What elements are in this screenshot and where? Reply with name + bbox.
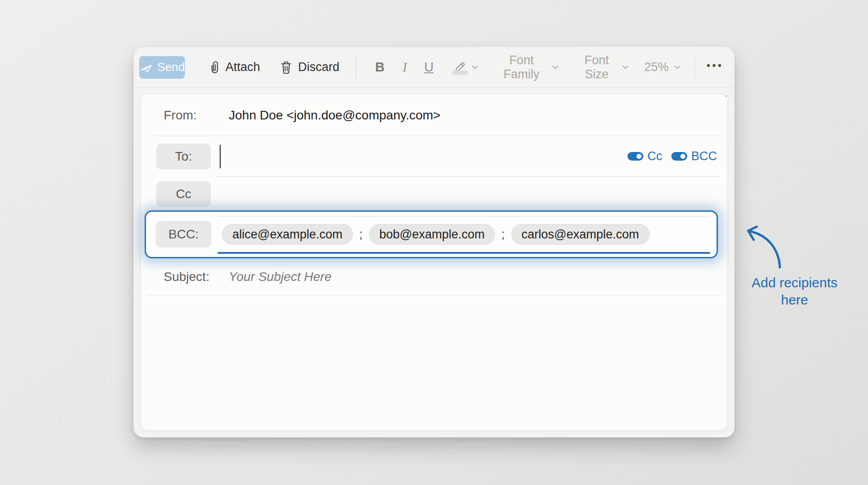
bcc-toggle-group: BCC: [671, 149, 717, 163]
font-family-dropdown[interactable]: Font Family: [496, 53, 558, 81]
chevron-down-icon: [622, 65, 629, 69]
from-label: From:: [164, 108, 217, 123]
subject-label: Subject:: [164, 270, 217, 284]
pen-color-bar: [453, 71, 468, 75]
cc-row: Cc: [147, 177, 721, 210]
recipient-chip[interactable]: alice@example.com: [222, 224, 353, 245]
bcc-toggle-label: BCC: [691, 149, 717, 163]
bcc-toggle[interactable]: [671, 152, 687, 161]
send-button-label: Send: [157, 60, 185, 74]
send-button[interactable]: Send: [139, 56, 185, 79]
chevron-down-icon: [674, 65, 681, 69]
bold-button[interactable]: B: [375, 60, 385, 75]
trash-icon: [280, 60, 292, 75]
email-compose-window: Send Attach Discard B I U: [133, 47, 735, 437]
zoom-value: 25%: [644, 60, 669, 74]
annotation-arrow-icon: [736, 223, 790, 273]
recipient-separator: ;: [501, 228, 505, 242]
font-size-dropdown[interactable]: Font Size: [577, 53, 629, 81]
recipient-chip[interactable]: bob@example.com: [369, 224, 495, 245]
more-options-button[interactable]: •••: [707, 59, 723, 76]
recipient-chip[interactable]: carlos@example.com: [511, 224, 650, 245]
attach-button[interactable]: Attach: [208, 60, 260, 75]
discard-button-label: Discard: [298, 60, 340, 74]
subject-row: Subject: Your Subject Here: [147, 258, 721, 295]
paperclip-icon: [208, 60, 220, 75]
to-button[interactable]: To:: [156, 144, 211, 169]
font-family-label: Font Family: [496, 53, 546, 81]
zoom-dropdown[interactable]: 25%: [644, 60, 681, 74]
compose-surface: From: John Doe <john.doe@company.com> To…: [141, 94, 727, 430]
from-value[interactable]: John Doe <john.doe@company.com>: [229, 108, 440, 123]
toolbar-separator: [356, 56, 356, 79]
bcc-recipient-chips: alice@example.com ; bob@example.com ; ca…: [222, 224, 650, 245]
attach-button-label: Attach: [226, 60, 260, 74]
compose-toolbar: Send Attach Discard B I U: [134, 47, 734, 88]
discard-button[interactable]: Discard: [280, 60, 340, 75]
recipient-toggles: Cc BCC: [627, 149, 717, 163]
annotation-text: Add recipients here: [748, 274, 841, 309]
recipient-separator: ;: [359, 228, 363, 242]
highlight-pen-button[interactable]: [453, 60, 478, 75]
subject-input[interactable]: Your Subject Here: [229, 270, 721, 284]
to-input[interactable]: Cc BCC: [216, 136, 721, 177]
underline-button[interactable]: U: [424, 60, 434, 75]
message-body-input[interactable]: [147, 295, 721, 430]
cc-toggle-group: Cc: [627, 149, 662, 163]
from-row: From: John Doe <john.doe@company.com>: [147, 95, 721, 136]
to-row: To: Cc BCC: [147, 136, 721, 177]
pen-icon: [453, 60, 468, 75]
cc-toggle-label: Cc: [647, 149, 662, 163]
annotation-line-2: here: [748, 291, 841, 309]
chevron-down-icon: [472, 65, 478, 69]
send-icon: [139, 61, 153, 74]
bcc-button[interactable]: BCC:: [156, 221, 211, 247]
text-cursor: [220, 145, 221, 168]
toolbar-separator: [694, 57, 695, 78]
cc-input-underline: [218, 216, 709, 217]
bcc-row-highlighted: BCC: alice@example.com ; bob@example.com…: [145, 210, 718, 258]
font-size-label: Font Size: [577, 53, 617, 81]
cc-button[interactable]: Cc: [156, 181, 211, 207]
bcc-input-underline: [217, 252, 710, 254]
cc-toggle[interactable]: [627, 152, 643, 161]
italic-button[interactable]: I: [403, 60, 407, 75]
annotation-line-1: Add recipients: [748, 274, 841, 291]
chevron-down-icon: [552, 65, 559, 69]
